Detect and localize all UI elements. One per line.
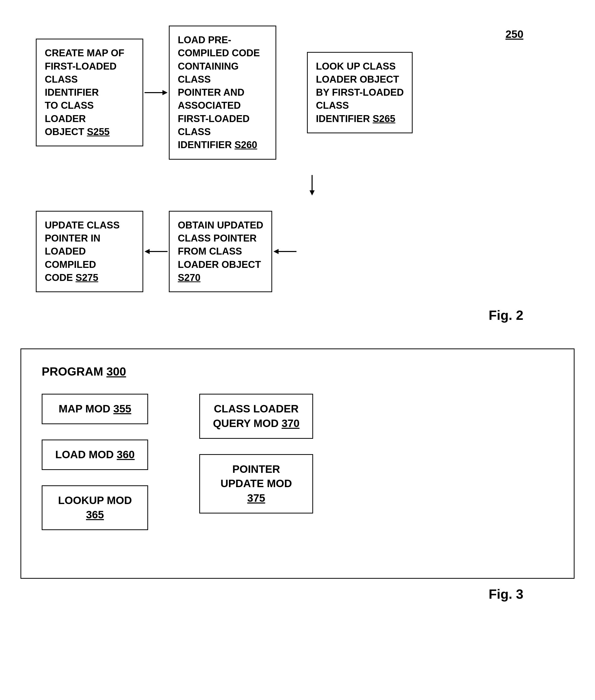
module-class-loader-query: CLASS LOADERQUERY MOD 370: [199, 394, 313, 439]
down-arrow-row: [36, 175, 559, 195]
fig3-program-box: PROGRAM 300 MAP MOD 355 LOAD MOD 360 LOO…: [21, 348, 574, 579]
box-s265-text: LOOK UP CLASSLOADER OBJECTBY FIRST-LOADE…: [316, 61, 404, 124]
ref-370: 370: [282, 417, 300, 429]
fig3-modules: MAP MOD 355 LOAD MOD 360 LOOKUP MOD365 C…: [42, 394, 553, 530]
fig2-caption: Fig. 2: [21, 308, 574, 323]
box-s255-text: CREATE MAP OFFIRST-LOADEDCLASS IDENTIFIE…: [45, 48, 124, 137]
arrow-s270-to-s275: [143, 246, 169, 257]
ref-375: 375: [247, 492, 265, 504]
arrow-s265-to-s270: [272, 246, 298, 257]
box-s270: OBTAIN UPDATEDCLASS POINTERFROM CLASSLOA…: [169, 211, 272, 292]
box-s270-text: OBTAIN UPDATEDCLASS POINTERFROM CLASSLOA…: [178, 220, 263, 283]
program-label: PROGRAM 300: [42, 365, 553, 379]
figure-2-container: 250 CREATE MAP OFFIRST-LOADEDCLASS IDENT…: [21, 16, 574, 302]
ref-s260: S260: [234, 139, 257, 150]
ref-s270: S270: [178, 272, 201, 283]
fig2-row1: CREATE MAP OFFIRST-LOADEDCLASS IDENTIFIE…: [36, 26, 559, 160]
fig3-caption: Fig. 3: [21, 586, 574, 602]
ref-s275: S275: [76, 272, 98, 283]
figure-3-wrapper: PROGRAM 300 MAP MOD 355 LOAD MOD 360 LOO…: [21, 348, 574, 602]
program-ref: 300: [106, 365, 126, 378]
ref-s265: S265: [373, 113, 395, 124]
svg-marker-5: [144, 249, 150, 254]
svg-marker-1: [163, 90, 168, 95]
box-s275: UPDATE CLASSPOINTER INLOADED COMPILEDCOD…: [36, 211, 143, 292]
box-s260: LOAD PRE-COMPILED CODECONTAINING CLASSPO…: [169, 26, 276, 160]
fig3-left-col: MAP MOD 355 LOAD MOD 360 LOOKUP MOD365: [42, 394, 148, 530]
fig3-right-col: CLASS LOADERQUERY MOD 370 POINTERUPDATE …: [199, 394, 313, 530]
module-lookup-mod: LOOKUP MOD365: [42, 485, 148, 530]
box-s260-text: LOAD PRE-COMPILED CODECONTAINING CLASSPO…: [178, 34, 260, 150]
box-s255: CREATE MAP OFFIRST-LOADEDCLASS IDENTIFIE…: [36, 39, 143, 146]
arrow-down-s260-s265: [307, 175, 317, 195]
box-s275-text: UPDATE CLASSPOINTER INLOADED COMPILEDCOD…: [45, 220, 120, 283]
svg-marker-3: [310, 190, 315, 195]
ref-s255: S255: [87, 127, 110, 137]
figure-2-wrapper: 250 CREATE MAP OFFIRST-LOADEDCLASS IDENT…: [21, 16, 574, 323]
svg-marker-7: [274, 249, 279, 254]
module-pointer-update: POINTERUPDATE MOD375: [199, 454, 313, 513]
box-s265: LOOK UP CLASSLOADER OBJECTBY FIRST-LOADE…: [307, 52, 413, 133]
arrow-s255-to-s260: [143, 87, 169, 98]
ref-365: 365: [86, 509, 104, 521]
ref-355: 355: [113, 403, 131, 415]
module-map-mod: MAP MOD 355: [42, 394, 148, 424]
ref-label-250: 250: [506, 28, 523, 40]
ref-360: 360: [117, 448, 135, 460]
page-container: 250 CREATE MAP OFFIRST-LOADEDCLASS IDENT…: [21, 16, 574, 602]
module-load-mod: LOAD MOD 360: [42, 440, 148, 470]
fig2-row2: UPDATE CLASSPOINTER INLOADED COMPILEDCOD…: [36, 211, 559, 292]
fig2-right-col: LOOK UP CLASSLOADER OBJECTBY FIRST-LOADE…: [307, 52, 413, 133]
